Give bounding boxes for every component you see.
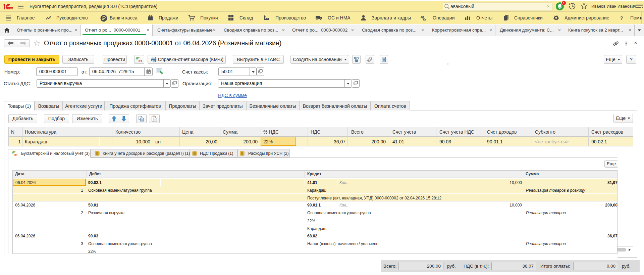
svg-text:1: 1 <box>563 1 565 5</box>
